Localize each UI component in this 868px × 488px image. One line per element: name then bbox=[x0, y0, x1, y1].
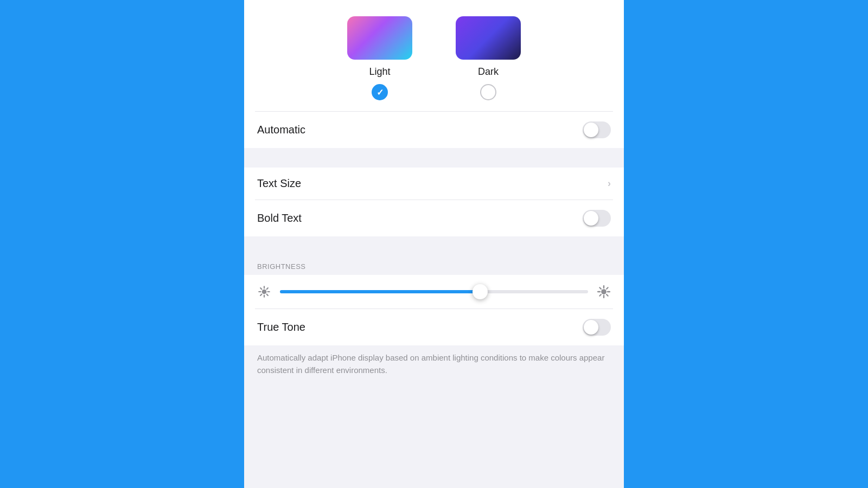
phone-frame: Light ✓ Dark Automatic bbox=[244, 0, 624, 488]
text-settings-card: Text Size › Bold Text bbox=[244, 168, 624, 236]
automatic-toggle[interactable] bbox=[583, 121, 611, 138]
check-icon: ✓ bbox=[376, 87, 384, 98]
slider-fill bbox=[280, 290, 480, 293]
true-tone-description: Automatically adapt iPhone display based… bbox=[244, 345, 624, 383]
bold-text-toggle[interactable] bbox=[583, 210, 611, 227]
brightness-max-icon bbox=[597, 285, 611, 299]
true-tone-toggle[interactable] bbox=[583, 319, 611, 336]
appearance-option-light[interactable]: Light ✓ bbox=[347, 16, 412, 100]
light-thumbnail bbox=[347, 16, 412, 60]
gap-2 bbox=[244, 236, 624, 256]
svg-line-5 bbox=[260, 288, 261, 289]
light-radio[interactable]: ✓ bbox=[372, 84, 388, 100]
true-tone-row: True Tone bbox=[244, 309, 624, 345]
svg-line-6 bbox=[267, 294, 268, 296]
automatic-label: Automatic bbox=[257, 124, 305, 136]
chevron-right-icon: › bbox=[608, 178, 611, 189]
svg-line-7 bbox=[260, 294, 261, 296]
brightness-row bbox=[244, 275, 624, 309]
text-size-row[interactable]: Text Size › bbox=[244, 168, 624, 200]
brightness-section-label: BRIGHTNESS bbox=[244, 256, 624, 275]
svg-line-17 bbox=[607, 287, 608, 289]
brightness-card: True Tone bbox=[244, 275, 624, 345]
bold-text-label: Bold Text bbox=[257, 212, 302, 224]
true-tone-label: True Tone bbox=[257, 321, 305, 333]
gap-1 bbox=[244, 148, 624, 168]
svg-line-15 bbox=[607, 294, 608, 296]
bold-text-toggle-knob bbox=[584, 211, 598, 226]
text-size-label: Text Size bbox=[257, 177, 301, 190]
brightness-slider[interactable] bbox=[280, 290, 588, 293]
automatic-toggle-knob bbox=[584, 123, 598, 137]
dark-label: Dark bbox=[478, 66, 499, 78]
automatic-row: Automatic bbox=[244, 112, 624, 148]
brightness-min-icon bbox=[257, 285, 271, 299]
svg-line-14 bbox=[599, 287, 601, 289]
svg-point-0 bbox=[262, 290, 267, 294]
svg-line-8 bbox=[267, 288, 268, 289]
true-tone-toggle-knob bbox=[584, 320, 598, 335]
slider-thumb[interactable] bbox=[473, 284, 488, 299]
screen: Light ✓ Dark Automatic bbox=[244, 0, 624, 488]
light-label: Light bbox=[369, 66, 390, 78]
appearance-card: Light ✓ Dark Automatic bbox=[244, 0, 624, 148]
dark-thumbnail bbox=[456, 16, 521, 60]
bold-text-row: Bold Text bbox=[244, 200, 624, 236]
appearance-option-dark[interactable]: Dark bbox=[456, 16, 521, 100]
appearance-options: Light ✓ Dark bbox=[244, 11, 624, 111]
dark-radio[interactable] bbox=[480, 84, 496, 100]
svg-line-16 bbox=[599, 294, 601, 296]
svg-point-9 bbox=[601, 289, 607, 294]
slider-track bbox=[280, 290, 588, 293]
